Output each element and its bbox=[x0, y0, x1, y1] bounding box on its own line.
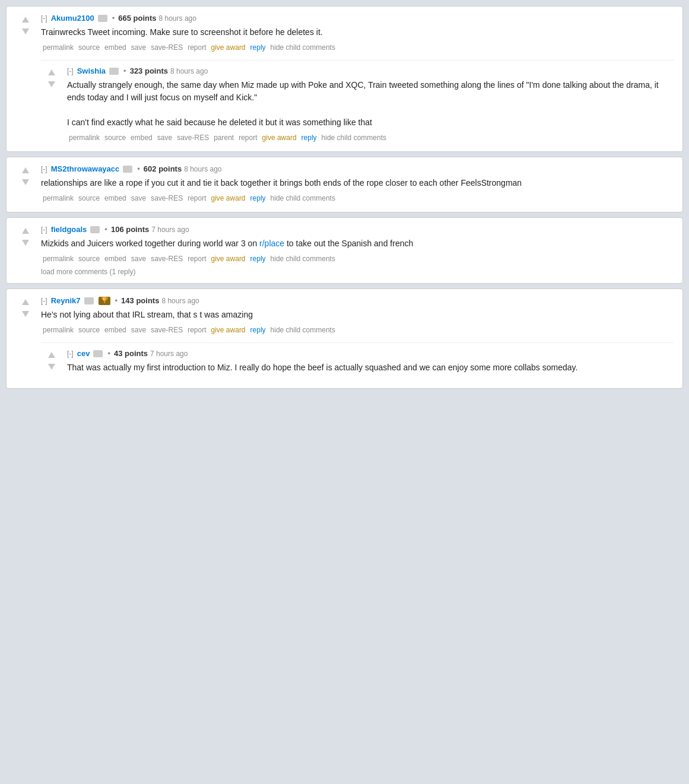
action-save-RES[interactable]: save-RES bbox=[149, 194, 185, 202]
time-ago: 8 hours ago bbox=[170, 67, 208, 75]
action-report[interactable]: report bbox=[186, 43, 208, 52]
collapse-button[interactable]: [-] bbox=[41, 297, 47, 305]
action-permalink[interactable]: permalink bbox=[67, 134, 101, 142]
downvote-button[interactable] bbox=[20, 308, 31, 320]
action-save-RES[interactable]: save-RES bbox=[149, 43, 185, 52]
action-embed[interactable]: embed bbox=[103, 326, 128, 334]
action-give-award[interactable]: give award bbox=[209, 43, 247, 52]
comment-header: [-] cev • 43 points 7 hours ago bbox=[67, 349, 674, 358]
time-ago: 7 hours ago bbox=[151, 226, 189, 234]
action-save[interactable]: save bbox=[129, 43, 148, 52]
action-hide-child-comments[interactable]: hide child comments bbox=[269, 43, 337, 52]
action-bar: permalink source embed save save-RES rep… bbox=[41, 194, 674, 202]
action-embed[interactable]: embed bbox=[103, 194, 128, 202]
load-more-comments[interactable]: load more comments (1 reply) bbox=[41, 268, 674, 276]
comment-header: [-] Reynik7 🏆 • 143 points 8 hours ago bbox=[41, 296, 674, 305]
action-save[interactable]: save bbox=[129, 326, 148, 334]
downvote-button[interactable] bbox=[20, 176, 31, 188]
action-source[interactable]: source bbox=[77, 255, 101, 263]
action-permalink[interactable]: permalink bbox=[41, 194, 75, 202]
upvote-button[interactable] bbox=[46, 349, 58, 361]
action-report[interactable]: report bbox=[186, 326, 208, 334]
bullet-separator: • bbox=[107, 349, 110, 358]
collapse-button[interactable]: [-] bbox=[67, 350, 74, 358]
upvote-button[interactable] bbox=[20, 225, 31, 237]
vote-column bbox=[41, 349, 62, 373]
vote-column bbox=[15, 164, 36, 188]
comment-content: [-] Reynik7 🏆 • 143 points 8 hours ago H… bbox=[41, 296, 674, 334]
action-save-RES[interactable]: save-RES bbox=[149, 326, 185, 334]
upvote-button[interactable] bbox=[46, 66, 58, 78]
action-save[interactable]: save bbox=[129, 255, 148, 263]
action-parent[interactable]: parent bbox=[212, 134, 236, 142]
action-permalink[interactable]: permalink bbox=[41, 326, 75, 334]
action-permalink[interactable]: permalink bbox=[41, 255, 75, 263]
collapse-button[interactable]: [-] bbox=[41, 165, 47, 173]
action-reply[interactable]: reply bbox=[249, 43, 268, 52]
action-report[interactable]: report bbox=[237, 134, 259, 142]
svg-marker-1 bbox=[22, 28, 29, 34]
action-hide-child-comments[interactable]: hide child comments bbox=[269, 255, 337, 263]
username[interactable]: cev bbox=[77, 349, 90, 358]
action-give-award[interactable]: give award bbox=[209, 194, 247, 202]
action-hide-child-comments[interactable]: hide child comments bbox=[269, 194, 337, 202]
comment-wrapper: [-] MS2throwawayacc • 602 points 8 hours… bbox=[15, 164, 674, 202]
downvote-button[interactable] bbox=[20, 26, 31, 37]
action-reply[interactable]: reply bbox=[300, 134, 319, 142]
svg-marker-9 bbox=[22, 311, 29, 317]
action-embed[interactable]: embed bbox=[103, 255, 128, 263]
username[interactable]: Reynik7 bbox=[51, 296, 81, 305]
action-reply[interactable]: reply bbox=[249, 326, 268, 334]
collapse-button[interactable]: [-] bbox=[41, 14, 47, 23]
action-save-RES[interactable]: save-RES bbox=[149, 255, 185, 263]
action-source[interactable]: source bbox=[77, 326, 101, 334]
action-report[interactable]: report bbox=[186, 255, 208, 263]
action-give-award[interactable]: give award bbox=[209, 255, 247, 263]
username[interactable]: Akumu2100 bbox=[51, 14, 94, 23]
comment-content: [-] Akumu2100 • 665 points 8 hours ago T… bbox=[41, 14, 674, 52]
collapse-button[interactable]: [-] bbox=[67, 67, 74, 75]
text-part: Mizkids and Juicers worked together duri… bbox=[41, 239, 259, 248]
action-source[interactable]: source bbox=[77, 43, 101, 52]
action-source[interactable]: source bbox=[77, 194, 101, 202]
action-report[interactable]: report bbox=[186, 194, 208, 202]
user-icon bbox=[98, 15, 107, 22]
action-embed[interactable]: embed bbox=[129, 134, 154, 142]
action-source[interactable]: source bbox=[103, 134, 128, 142]
svg-marker-0 bbox=[22, 17, 29, 23]
action-hide-child-comments[interactable]: hide child comments bbox=[269, 326, 337, 334]
comment-text: relationships are like a rope if you cut… bbox=[41, 177, 674, 189]
action-reply[interactable]: reply bbox=[249, 255, 268, 263]
username[interactable]: fieldgoals bbox=[51, 225, 87, 234]
vote-column bbox=[15, 225, 36, 249]
upvote-button[interactable] bbox=[20, 296, 31, 308]
comment: [-] MS2throwawayacc • 602 points 8 hours… bbox=[15, 164, 674, 202]
upvote-button[interactable] bbox=[20, 14, 31, 26]
action-embed[interactable]: embed bbox=[103, 43, 128, 52]
downvote-button[interactable] bbox=[46, 361, 58, 373]
comment-block: [-] MS2throwawayacc • 602 points 8 hours… bbox=[6, 157, 683, 212]
subreddit-link[interactable]: r/place bbox=[259, 239, 284, 248]
action-give-award[interactable]: give award bbox=[261, 134, 299, 142]
comment-block: [-] Reynik7 🏆 • 143 points 8 hours ago H… bbox=[6, 288, 683, 389]
load-more-label[interactable]: load more comments bbox=[41, 268, 107, 276]
upvote-button[interactable] bbox=[20, 164, 31, 176]
user-icon bbox=[90, 226, 100, 233]
action-save-RES[interactable]: save-RES bbox=[175, 134, 211, 142]
svg-marker-5 bbox=[22, 179, 29, 185]
action-hide-child-comments[interactable]: hide child comments bbox=[320, 134, 388, 142]
collapse-button[interactable]: [-] bbox=[41, 226, 47, 234]
downvote-button[interactable] bbox=[20, 237, 31, 249]
action-reply[interactable]: reply bbox=[249, 194, 268, 202]
action-save[interactable]: save bbox=[155, 134, 174, 142]
action-save[interactable]: save bbox=[129, 194, 148, 202]
action-permalink[interactable]: permalink bbox=[41, 43, 75, 52]
comment-content: [-] fieldgoals • 106 points 7 hours ago … bbox=[41, 225, 674, 263]
username[interactable]: MS2throwawayacc bbox=[51, 164, 120, 173]
username[interactable]: Swishia bbox=[77, 66, 106, 75]
text-part: to take out the Spanish and french bbox=[284, 239, 413, 248]
downvote-button[interactable] bbox=[46, 78, 58, 90]
comment-line: relationships are like a rope if you cut… bbox=[41, 178, 522, 188]
vote-column bbox=[15, 296, 36, 320]
action-give-award[interactable]: give award bbox=[209, 326, 247, 334]
